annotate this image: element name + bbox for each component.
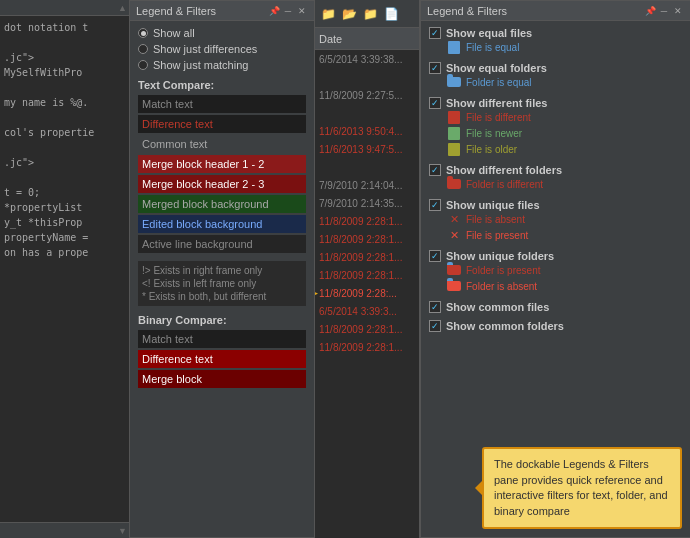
checkbox-label: Show different folders <box>446 164 562 176</box>
radio-label-match: Show just matching <box>153 59 248 71</box>
code-line: propertyName = <box>4 230 125 245</box>
left-legend-header: Legend & Filters 📌 ─ ✕ <box>130 1 314 21</box>
toolbar-file-icon[interactable]: 📄 <box>382 5 400 23</box>
code-line: MySelfWithPro <box>4 65 125 80</box>
pin-button[interactable]: 📌 <box>268 5 280 17</box>
sub-item-folder-diff: Folder is different <box>447 177 682 191</box>
sub-item-folder-equal: Folder is equal <box>447 75 682 89</box>
file-item[interactable]: 11/8/2009 2:28:1... <box>315 266 419 284</box>
checkbox-unique-folders[interactable]: Show unique folders <box>429 250 682 262</box>
close-button[interactable]: ✕ <box>296 5 308 17</box>
checkbox-label: Show unique files <box>446 199 540 211</box>
file-item[interactable] <box>315 104 419 122</box>
file-item[interactable]: 11/6/2013 9:50:4... <box>315 122 419 140</box>
header-controls: 📌 ─ ✕ <box>268 5 308 17</box>
checkbox-unique-files[interactable]: Show unique files <box>429 199 682 211</box>
file-item[interactable]: 6/5/2014 3:39:38... <box>315 50 419 68</box>
swatch-match: Match text <box>138 95 306 113</box>
checkbox-group-diff-folders: Show different folders Folder is differe… <box>429 164 682 193</box>
file-item[interactable]: 11/8/2009 2:28:1... <box>315 320 419 338</box>
sub-item-folder-absent: Folder is absent <box>447 279 682 293</box>
binary-compare-swatches: Match text Difference text Merge block <box>138 330 306 388</box>
sub-item-folder-present: Folder is present <box>447 263 682 277</box>
exists-left: <! Exists in left frame only <box>142 278 302 289</box>
file-item[interactable] <box>315 68 419 86</box>
checkbox-label: Show common folders <box>446 320 564 332</box>
minimize-button[interactable]: ─ <box>282 5 294 17</box>
swatch-merged-bg: Merged block background <box>138 195 306 213</box>
file-newer-label: File is newer <box>466 128 522 139</box>
sub-item-file-older: File is older <box>447 142 682 156</box>
file-item[interactable]: 11/6/2013 9:47:5... <box>315 140 419 158</box>
exists-list: !> Exists in right frame only <! Exists … <box>138 261 306 306</box>
file-equal-label: File is equal <box>466 42 519 53</box>
toolbar-folder1-icon[interactable]: 📁 <box>319 5 337 23</box>
checkbox-box <box>429 164 441 176</box>
radio-circle-match <box>138 60 148 70</box>
code-line: t = 0; <box>4 185 125 200</box>
code-line <box>4 110 125 125</box>
code-line <box>4 35 125 50</box>
checkbox-group-diff-files: Show different files File is different F… <box>429 97 682 158</box>
checkbox-diff-folders[interactable]: Show different folders <box>429 164 682 176</box>
scrollbar-bottom[interactable]: ▼ <box>0 522 129 538</box>
right-close-button[interactable]: ✕ <box>672 5 684 17</box>
file-older-icon <box>447 142 461 156</box>
right-minimize-button[interactable]: ─ <box>658 5 670 17</box>
left-legend-title: Legend & Filters <box>136 5 216 17</box>
file-item[interactable]: 7/9/2010 2:14:35... <box>315 194 419 212</box>
file-item[interactable]: 11/8/2009 2:28:... ➤ <box>315 284 419 302</box>
swatch-common: Common text <box>138 135 306 153</box>
file-absent-icon: ✕ <box>447 212 461 226</box>
checkbox-label: Show different files <box>446 97 547 109</box>
callout-text: The dockable Legends & Filters pane prov… <box>494 458 668 516</box>
file-item[interactable] <box>315 158 419 176</box>
checkbox-group-equal-folders: Show equal folders Folder is equal <box>429 62 682 91</box>
right-legend-body: Show equal files File is equal Show equa… <box>421 21 690 343</box>
file-item[interactable]: 11/8/2009 2:28:1... <box>315 230 419 248</box>
checkbox-group-common-folders: Show common folders <box>429 320 682 333</box>
checkbox-box <box>429 250 441 262</box>
sub-item-file-present: ✕ File is present <box>447 228 682 242</box>
checkbox-common-folders[interactable]: Show common folders <box>429 320 682 332</box>
checkbox-label: Show equal folders <box>446 62 547 74</box>
arrow-icon: ➤ <box>315 285 319 301</box>
checkbox-equal-files[interactable]: Show equal files <box>429 27 682 39</box>
checkbox-label: Show common files <box>446 301 549 313</box>
right-legend-header: Legend & Filters 📌 ─ ✕ <box>421 1 690 21</box>
radio-show-match[interactable]: Show just matching <box>138 59 306 71</box>
exists-both: * Exists in both, but different <box>142 291 302 302</box>
radio-show-all[interactable]: Show all <box>138 27 306 39</box>
checkbox-box <box>429 97 441 109</box>
folder-absent-sm <box>447 281 461 291</box>
bin-swatch-match: Match text <box>138 330 306 348</box>
radio-circle-all <box>138 28 148 38</box>
checkbox-box <box>429 27 441 39</box>
file-item[interactable]: 7/9/2010 2:14:04... <box>315 176 419 194</box>
swatch-merge2: Merge block header 2 - 3 <box>138 175 306 193</box>
checkbox-common-files[interactable]: Show common files <box>429 301 682 313</box>
file-item[interactable]: 11/8/2009 2:28:1... <box>315 338 419 356</box>
toolbar-folder2-icon[interactable]: 📂 <box>340 5 358 23</box>
radio-label-all: Show all <box>153 27 195 39</box>
file-list-header: Date <box>315 28 419 50</box>
file-item[interactable]: 11/8/2009 2:27:5... <box>315 86 419 104</box>
file-item[interactable]: 11/8/2009 2:28:1... <box>315 212 419 230</box>
file-equal-icon <box>447 40 461 54</box>
swatch-active-bg: Active line background <box>138 235 306 253</box>
checkbox-label: Show unique folders <box>446 250 554 262</box>
checkbox-group-unique-folders: Show unique folders Folder is present Fo… <box>429 250 682 295</box>
toolbar-folder3-icon[interactable]: 📁 <box>361 5 379 23</box>
right-pin-button[interactable]: 📌 <box>644 5 656 17</box>
file-item[interactable]: 11/8/2009 2:28:1... <box>315 248 419 266</box>
scrollbar-top[interactable]: ▲ <box>0 0 129 16</box>
file-newer-icon <box>447 126 461 140</box>
file-present-icon: ✕ <box>447 228 461 242</box>
file-list-body[interactable]: 6/5/2014 3:39:38... 11/8/2009 2:27:5... … <box>315 50 419 538</box>
checkbox-diff-files[interactable]: Show different files <box>429 97 682 109</box>
file-item[interactable]: 6/5/2014 3:39:3... <box>315 302 419 320</box>
code-line: my name is %@. <box>4 95 125 110</box>
radio-show-diff[interactable]: Show just differences <box>138 43 306 55</box>
code-content: dot notation t .jc"> MySelfWithPro my na… <box>0 16 129 522</box>
checkbox-equal-folders[interactable]: Show equal folders <box>429 62 682 74</box>
